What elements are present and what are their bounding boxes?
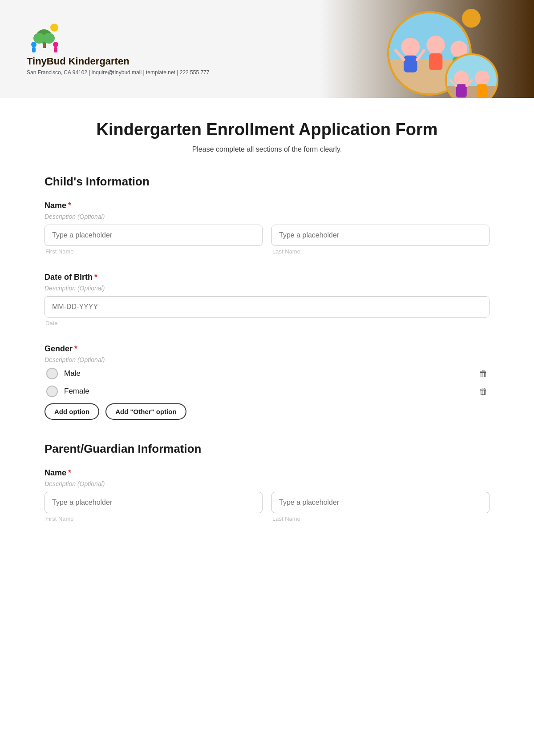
svg-point-13 [426,36,445,54]
child-gender-description: Description (Optional) [44,356,490,363]
required-indicator: * [68,201,71,210]
parent-lastname-col: Last Name [271,492,490,522]
page-header: TinyBud Kindergarten San Francisco, CA 9… [0,0,534,98]
parent-name-description: Description (Optional) [44,480,490,487]
dob-required-indicator: * [94,273,97,282]
child-lastname-input[interactable] [271,225,490,246]
svg-rect-8 [54,47,57,52]
child-dob-input[interactable] [44,296,490,318]
add-option-button[interactable]: Add option [44,403,99,420]
gender-female-delete-icon[interactable]: 🗑 [479,386,488,397]
child-lastname-col: Last Name [271,225,490,255]
svg-rect-6 [32,47,36,52]
logo-icon [27,22,65,56]
add-other-option-button[interactable]: Add "Other" option [105,403,186,420]
child-section-title: Child's Information [44,175,490,189]
child-name-description: Description (Optional) [44,213,490,220]
svg-rect-22 [456,84,467,97]
svg-point-21 [454,71,469,86]
child-name-field: Name * Description (Optional) First Name… [44,201,490,255]
gender-male-row: Male 🗑 [44,368,490,379]
child-dob-sublabel: Date [44,320,490,326]
parent-lastname-input[interactable] [271,492,490,513]
parent-name-inputs: First Name Last Name [44,492,490,522]
child-name-label: Name * [44,201,490,210]
parent-name-label: Name * [44,468,490,478]
svg-point-7 [53,42,58,47]
child-firstname-sublabel: First Name [44,248,263,255]
child-dob-label: Date of Birth * [44,273,490,282]
gender-male-left[interactable]: Male [46,368,81,379]
circle-dot-decoration [462,9,481,28]
svg-point-5 [31,42,36,47]
child-dob-description: Description (Optional) [44,285,490,292]
parent-firstname-col: First Name [44,492,263,522]
brand-sub: San Francisco, CA 94102 | inquire@tinybu… [27,69,209,76]
parent-info-section: Parent/Guardian Information Name * Descr… [44,442,490,522]
brand-name: TinyBud Kindergarten [27,56,209,67]
parent-firstname-sublabel: First Name [44,515,263,522]
svg-point-23 [475,71,490,86]
parent-name-required-indicator: * [68,468,71,478]
child-info-section: Child's Information Name * Description (… [44,175,490,420]
svg-point-11 [401,38,420,56]
photo-children-small [447,55,497,98]
svg-rect-24 [477,84,487,97]
child-firstname-input[interactable] [44,225,263,246]
gender-male-label: Male [64,369,81,378]
child-dob-field: Date of Birth * Description (Optional) D… [44,273,490,326]
child-lastname-sublabel: Last Name [271,248,490,255]
gender-male-radio[interactable] [46,368,58,379]
main-content: Kindergarten Enrollment Application Form… [0,98,534,575]
child-gender-field: Gender * Description (Optional) Male 🗑 F… [44,344,490,420]
svg-point-0 [50,24,58,32]
gender-male-delete-icon[interactable]: 🗑 [479,369,488,379]
header-images [356,4,507,93]
gender-female-row: Female 🗑 [44,386,490,397]
parent-firstname-input[interactable] [44,492,263,513]
gender-female-left[interactable]: Female [46,386,89,397]
svg-rect-12 [404,56,417,72]
svg-point-4 [43,33,55,44]
parent-section-title: Parent/Guardian Information [44,442,490,456]
child-name-inputs: First Name Last Name [44,225,490,255]
child-firstname-col: First Name [44,225,263,255]
parent-lastname-sublabel: Last Name [271,515,490,522]
add-option-row: Add option Add "Other" option [44,403,490,420]
gender-female-radio[interactable] [46,386,58,397]
gender-required-indicator: * [74,344,77,354]
svg-rect-14 [429,53,442,70]
form-title: Kindergarten Enrollment Application Form [44,120,490,139]
gender-female-label: Female [64,387,89,396]
svg-rect-20 [447,86,497,98]
parent-name-field: Name * Description (Optional) First Name… [44,468,490,522]
form-subtitle: Please complete all sections of the form… [44,145,490,153]
logo-area: TinyBud Kindergarten San Francisco, CA 9… [27,22,209,75]
child-gender-label: Gender * [44,344,490,354]
